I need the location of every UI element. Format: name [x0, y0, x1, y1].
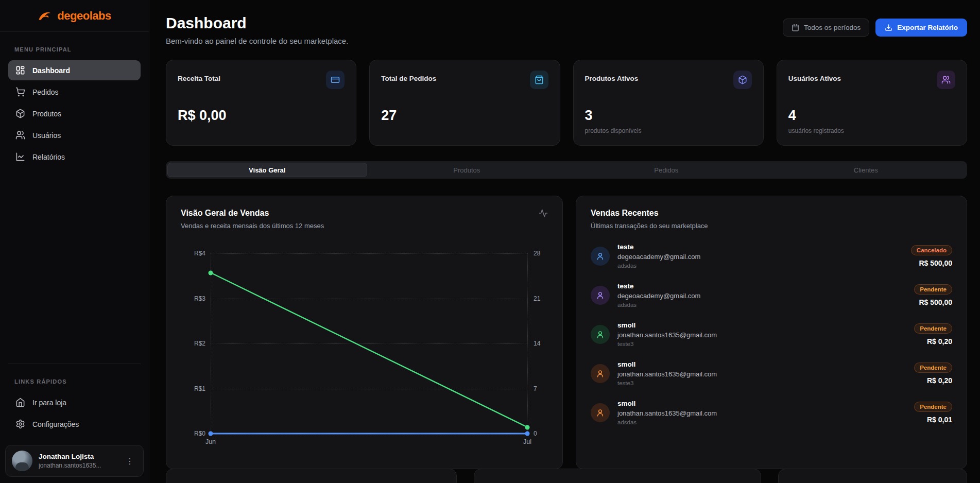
package-icon — [15, 109, 25, 118]
sidebar-item-label: Dashboard — [32, 66, 70, 75]
page-header-text: Dashboard Bem-vindo ao painel de control… — [166, 14, 348, 45]
y-axis-left-tick: R$4 — [194, 250, 205, 257]
user-profile-card[interactable]: Jonathan Lojista jonathan.santos1635... … — [5, 445, 144, 477]
app-root: degeolabs MENU PRINCIPAL Dashboard Pedid… — [0, 0, 980, 483]
sidebar-spacer — [0, 168, 149, 364]
period-filter-label: Todos os períodos — [804, 24, 861, 31]
sidebar-item-pedidos[interactable]: Pedidos — [8, 82, 141, 102]
tab-clientes[interactable]: Clientes — [766, 163, 966, 177]
sale-row: teste degeoacademy@gmail.com adsdas Pend… — [591, 282, 952, 308]
stat-card-usuarios-ativos: Usuários Ativos 4 usuários registrados — [777, 60, 967, 146]
gridline — [211, 343, 527, 344]
stat-value: 4 — [788, 108, 796, 124]
vendas-data-point — [525, 425, 530, 429]
sale-row: smoll jonathan.santos1635@gmail.com test… — [591, 321, 952, 347]
sidebar-item-configuracoes[interactable]: Configurações — [8, 414, 141, 434]
brand-logo[interactable]: degeolabs — [0, 0, 149, 32]
stats-grid: Receita Total R$ 0,00 Total de Pedidos 2… — [166, 60, 967, 146]
tab-pedidos[interactable]: Pedidos — [566, 163, 766, 177]
sale-amount: R$ 500,00 — [919, 259, 952, 267]
stat-value: R$ 0,00 — [178, 108, 227, 124]
quick-links: LINKS RÁPIDOS Ir para loja Configurações — [0, 364, 149, 439]
recent-sales-panel: Vendas Recentes Últimas transações do se… — [576, 196, 967, 469]
below-fold-cards — [166, 469, 967, 483]
y-axis-right-tick: 14 — [534, 340, 540, 347]
page-title: Dashboard — [166, 14, 348, 32]
sidebar: degeolabs MENU PRINCIPAL Dashboard Pedid… — [0, 0, 149, 483]
stat-label: Produtos Ativos — [585, 75, 639, 82]
page-subtitle: Bem-vindo ao painel de controle do seu m… — [166, 37, 348, 45]
cart-icon — [15, 87, 25, 97]
chart-plot: R$428R$321R$214R$17R$00JunJul — [211, 253, 527, 434]
customer-avatar — [591, 364, 610, 383]
stat-label: Receita Total — [178, 75, 220, 82]
tab-visao-geral[interactable]: Visão Geral — [167, 163, 367, 177]
sidebar-item-relatorios[interactable]: Relatórios — [8, 147, 141, 167]
y-axis-left-tick: R$1 — [194, 385, 205, 392]
period-filter-button[interactable]: Todos os períodos — [783, 19, 869, 37]
package-icon — [738, 75, 747, 84]
users-icon — [15, 130, 25, 140]
y-axis-left-tick: R$3 — [194, 295, 205, 302]
sidebar-item-dashboard[interactable]: Dashboard — [8, 60, 141, 80]
status-badge: Pendente — [914, 284, 952, 295]
gear-icon — [15, 419, 25, 429]
credit-card-icon — [331, 75, 340, 84]
peek-card — [166, 469, 457, 483]
sale-product: adsdas — [617, 302, 906, 308]
customer-avatar — [591, 286, 610, 305]
sale-customer-email: degeoacademy@gmail.com — [617, 253, 903, 261]
sale-amount: R$ 500,00 — [919, 298, 952, 306]
stat-icon-tile — [326, 71, 345, 89]
export-report-button[interactable]: Exportar Relatório — [875, 19, 967, 37]
stat-card-total-pedidos: Total de Pedidos 27 — [369, 60, 560, 146]
sidebar-item-label: Configurações — [32, 420, 79, 428]
y-axis-right-tick: 7 — [534, 385, 537, 392]
customer-avatar — [591, 247, 610, 266]
sale-row: smoll jonathan.santos1635@gmail.com adsd… — [591, 400, 952, 425]
chart-subtitle: Vendas e receita mensais dos últimos 12 … — [181, 222, 324, 230]
stat-label: Total de Pedidos — [381, 75, 436, 82]
sidebar-item-usuarios[interactable]: Usuários — [8, 125, 141, 145]
gridline-vertical — [527, 253, 528, 434]
stat-icon-tile — [530, 71, 548, 89]
sale-customer-name: teste — [617, 282, 906, 290]
user-icon — [596, 252, 605, 261]
activity-icon — [539, 209, 548, 218]
main-content: Dashboard Bem-vindo ao painel de control… — [149, 0, 980, 483]
sidebar-item-produtos[interactable]: Produtos — [8, 104, 141, 124]
gridline-vertical — [211, 253, 211, 434]
sale-row: smoll jonathan.santos1635@gmail.com test… — [591, 360, 952, 386]
kebab-menu-icon[interactable]: ⋮ — [123, 454, 137, 468]
x-axis-tick: Jun — [205, 438, 216, 445]
stat-icon-tile — [937, 71, 955, 89]
stat-card-receita-total: Receita Total R$ 0,00 — [166, 60, 356, 146]
vendas-data-point — [209, 270, 213, 275]
user-icon — [596, 291, 605, 300]
y-axis-right-tick: 28 — [534, 250, 540, 257]
chart-panel-header: Visão Geral de Vendas Vendas e receita m… — [181, 209, 324, 230]
status-badge: Cancelado — [911, 245, 952, 255]
tab-produtos[interactable]: Produtos — [367, 163, 567, 177]
y-axis-right-tick: 21 — [534, 295, 540, 302]
sales-subtitle: Últimas transações do seu marketplace — [591, 222, 952, 230]
user-avatar — [12, 451, 32, 471]
page-header: Dashboard Bem-vindo ao painel de control… — [166, 14, 967, 45]
status-badge: Pendente — [914, 323, 952, 334]
sale-customer-name: teste — [617, 243, 903, 251]
main-menu: MENU PRINCIPAL Dashboard Pedidos Produto… — [0, 32, 149, 168]
sidebar-item-label: Usuários — [32, 131, 61, 140]
sale-customer-email: jonathan.santos1635@gmail.com — [617, 409, 906, 417]
y-axis-left-tick: R$2 — [194, 340, 205, 347]
sidebar-item-label: Relatórios — [32, 153, 65, 161]
gridline — [211, 299, 527, 299]
menu-section-label: MENU PRINCIPAL — [8, 41, 141, 59]
stat-subtitle: usuários registrados — [788, 127, 844, 134]
sidebar-item-ir-para-loja[interactable]: Ir para loja — [8, 392, 141, 412]
sale-customer-name: smoll — [617, 321, 906, 329]
customer-avatar — [591, 403, 610, 422]
sale-amount: R$ 0,20 — [927, 337, 952, 346]
sale-customer-name: smoll — [617, 400, 906, 407]
user-icon — [596, 369, 605, 378]
brand-name: degeolabs — [57, 9, 111, 23]
